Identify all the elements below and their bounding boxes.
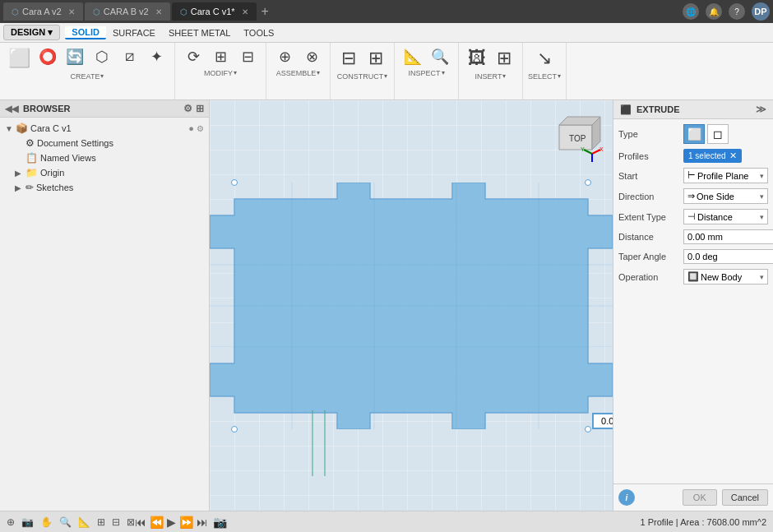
- tree-expand-root[interactable]: ▼: [5, 124, 13, 133]
- browser-collapse-icon[interactable]: ◀◀: [5, 104, 18, 114]
- tool-loft[interactable]: ⬡: [89, 46, 115, 71]
- tool-offset-plane[interactable]: ⊟: [336, 46, 362, 71]
- nav-last[interactable]: ⏭: [197, 516, 208, 529]
- tree-item-doc-settings[interactable]: ⚙ Document Settings: [0, 136, 209, 150]
- tool-chamfer[interactable]: ⊟: [234, 46, 261, 67]
- info-button[interactable]: i: [618, 489, 635, 506]
- tool-decal[interactable]: ⊞: [491, 46, 517, 71]
- create-dropdown-arrow[interactable]: ▾: [100, 72, 104, 80]
- status-icon-add[interactable]: ⊕: [7, 516, 15, 528]
- extrude-panel-expand[interactable]: ≫: [756, 104, 766, 115]
- browser-settings-icon[interactable]: ⚙: [183, 103, 192, 114]
- tab-tools[interactable]: TOOLS: [237, 27, 280, 39]
- viewport[interactable]: TOP X Y: [210, 100, 613, 511]
- tool-joint[interactable]: ⊗: [299, 46, 325, 67]
- dimension-input[interactable]: [592, 413, 613, 429]
- browser-expand-icon[interactable]: ⊞: [196, 103, 204, 114]
- tool-extrude[interactable]: ⬜: [5, 46, 34, 71]
- cancel-button[interactable]: Cancel: [722, 489, 768, 506]
- tab-solid[interactable]: SOLID: [65, 26, 106, 39]
- tab-close-cara-c[interactable]: ✕: [242, 7, 248, 16]
- construct-label: CONSTRUCT: [337, 71, 384, 81]
- tree-label-sketches: Sketches: [36, 183, 204, 192]
- create-label: CREATE: [71, 71, 100, 81]
- tab-cara-a[interactable]: ⬡ Cara A v2 ✕: [3, 2, 83, 21]
- fillet-icon: ⊞: [215, 48, 227, 66]
- camera-icon[interactable]: 📷: [213, 516, 227, 529]
- design-menu-button[interactable]: DESIGN ▾: [3, 25, 60, 40]
- status-icon-measure[interactable]: 📐: [78, 516, 90, 528]
- tree-item-sketches[interactable]: ▶ ✏ Sketches: [0, 180, 209, 195]
- nav-play[interactable]: ▶: [167, 516, 176, 529]
- tool-select[interactable]: ↘: [531, 46, 558, 71]
- distance-label: Distance: [618, 232, 680, 242]
- modify-dropdown-arrow[interactable]: ▾: [234, 69, 237, 76]
- status-icon-viewcube[interactable]: ⊟: [112, 516, 120, 528]
- nav-cube[interactable]: TOP X Y: [547, 109, 604, 166]
- tool-midplane[interactable]: ⊞: [363, 46, 389, 71]
- nav-prev[interactable]: ⏪: [150, 516, 164, 529]
- tree-icon-origin: 📁: [25, 167, 38, 178]
- ok-button[interactable]: OK: [683, 489, 717, 506]
- tool-measure[interactable]: 📐: [400, 46, 426, 67]
- tree-vis-root[interactable]: ●: [188, 123, 194, 133]
- distance-input[interactable]: [683, 229, 773, 244]
- corner-handle-tl[interactable]: [231, 179, 238, 186]
- status-icon-zoom[interactable]: 🔍: [59, 516, 72, 528]
- tool-sweep[interactable]: 🔄: [62, 46, 88, 71]
- direction-dropdown[interactable]: ⇒ One Side ▾: [683, 188, 768, 204]
- profiles-badge[interactable]: 1 selected ✕: [683, 149, 742, 163]
- corner-handle-tr[interactable]: [585, 179, 591, 186]
- inspect-dropdown-arrow[interactable]: ▾: [442, 69, 445, 76]
- operation-dropdown[interactable]: 🔲 New Body ▾: [683, 269, 768, 285]
- tab-cara-c[interactable]: ⬡ Cara C v1* ✕: [172, 2, 257, 21]
- extent-value: Distance: [697, 212, 733, 222]
- tool-webbing[interactable]: ✦: [143, 46, 169, 71]
- tool-rib[interactable]: ⧄: [116, 46, 142, 71]
- taper-input[interactable]: [683, 249, 773, 264]
- tool-fillet[interactable]: ⊞: [207, 46, 234, 67]
- globe-icon[interactable]: 🌐: [683, 3, 699, 20]
- decal-icon: ⊞: [497, 48, 511, 69]
- tab-close-cara-a[interactable]: ✕: [68, 7, 75, 16]
- tab-cara-b[interactable]: ⬡ CARA B v2 ✕: [85, 2, 170, 21]
- select-dropdown-arrow[interactable]: ▾: [558, 72, 561, 80]
- user-avatar[interactable]: DP: [752, 2, 770, 21]
- tool-press-pull[interactable]: ⟳: [180, 46, 206, 67]
- notification-icon[interactable]: 🔔: [706, 3, 722, 20]
- corner-handle-bl[interactable]: [231, 426, 238, 433]
- assemble-dropdown-arrow[interactable]: ▾: [317, 69, 320, 76]
- assemble-label: ASSEMBLE: [276, 67, 317, 77]
- profiles-clear-icon[interactable]: ✕: [729, 150, 737, 161]
- insert-dropdown-arrow[interactable]: ▾: [502, 72, 506, 80]
- start-dropdown[interactable]: ⊢ Profile Plane ▾: [683, 168, 768, 183]
- tool-revolve[interactable]: ⭕: [35, 46, 61, 71]
- status-icon-camera[interactable]: 📷: [21, 516, 34, 528]
- modify-label: MODIFY: [204, 67, 233, 77]
- type-btn-thin[interactable]: ◻: [707, 124, 729, 144]
- tree-expand-origin[interactable]: ▶: [15, 169, 23, 178]
- tool-new-component[interactable]: ⊕: [271, 46, 298, 67]
- tree-expand-sketches[interactable]: ▶: [15, 183, 23, 192]
- tool-interference[interactable]: 🔍: [427, 46, 453, 67]
- tree-item-named-views[interactable]: 📋 Named Views: [0, 150, 209, 165]
- add-tab-button[interactable]: +: [262, 4, 269, 19]
- construct-dropdown-arrow[interactable]: ▾: [384, 72, 387, 80]
- tab-close-cara-b[interactable]: ✕: [155, 7, 162, 16]
- tool-insert-derive[interactable]: 🖼: [464, 46, 490, 71]
- tree-item-root[interactable]: ▼ 📦 Cara C v1 ● ⚙: [0, 121, 209, 136]
- help-icon[interactable]: ?: [729, 3, 745, 20]
- corner-handle-br[interactable]: [585, 426, 591, 433]
- tab-surface[interactable]: SURFACE: [106, 27, 162, 39]
- nav-first[interactable]: ⏮: [135, 516, 146, 529]
- nav-next[interactable]: ⏩: [179, 516, 193, 529]
- extent-dropdown[interactable]: ⊣ Distance ▾: [683, 209, 768, 224]
- browser-tree: ▼ 📦 Cara C v1 ● ⚙ ⚙ Document Settings 📋 …: [0, 118, 209, 511]
- tree-settings-root[interactable]: ⚙: [197, 124, 204, 133]
- status-icon-grid[interactable]: ⊞: [97, 516, 105, 528]
- type-btn-solid[interactable]: ⬜: [683, 124, 705, 144]
- status-icon-settings[interactable]: ⊠: [127, 516, 135, 528]
- tab-sheet-metal[interactable]: SHEET METAL: [162, 27, 237, 39]
- tree-item-origin[interactable]: ▶ 📁 Origin: [0, 165, 209, 180]
- status-icon-hand[interactable]: ✋: [40, 516, 53, 528]
